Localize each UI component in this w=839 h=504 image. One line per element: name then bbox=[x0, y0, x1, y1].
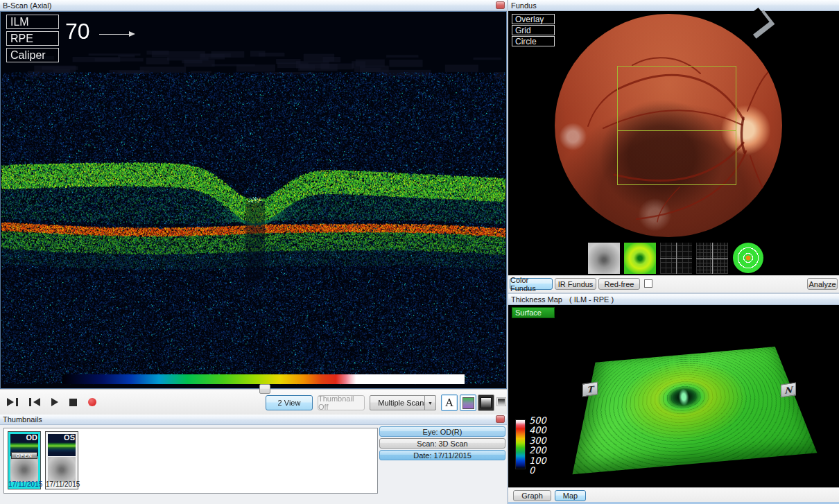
scale-label-100: 100 bbox=[529, 455, 546, 466]
skip-to-end-icon[interactable] bbox=[7, 398, 18, 406]
annotation-a-icon: A bbox=[446, 397, 453, 409]
thumbnails-header: Thumbnails bbox=[0, 415, 507, 425]
nasal-letter: N bbox=[785, 385, 793, 396]
fundus-mode-strip: Color Fundus IR Fundus Red-free Analyze bbox=[508, 275, 839, 293]
thumbnail-os-fundus-image bbox=[48, 457, 76, 482]
thickness-map-header: Thickness Map ( ILM - RPE ) bbox=[508, 294, 839, 305]
red-free-button[interactable]: Red-free bbox=[598, 278, 640, 290]
overlay-label: Overlay bbox=[515, 15, 544, 24]
etdrs-rings-icon bbox=[733, 243, 763, 273]
rpe-button[interactable]: RPE bbox=[6, 31, 59, 46]
color-gradient-icon bbox=[462, 397, 474, 409]
thumbnails-close-icon[interactable] bbox=[496, 415, 505, 423]
thumbnail-od-fundus-image bbox=[10, 457, 38, 482]
frame-arrow-icon bbox=[99, 34, 130, 35]
scale-label-500: 500 bbox=[529, 415, 546, 426]
annotation-toggle-button[interactable]: A bbox=[441, 394, 458, 411]
thumbnail-os-date: 17/11/2015 bbox=[46, 480, 78, 488]
map-button[interactable]: Map bbox=[555, 490, 586, 501]
fundus-header: Fundus bbox=[508, 0, 839, 11]
temporal-label: T bbox=[582, 381, 598, 397]
fine-grid-thumb[interactable] bbox=[696, 243, 728, 274]
ir-fundus-button[interactable]: IR Fundus bbox=[555, 278, 596, 290]
caliper-label: Caliper bbox=[10, 49, 46, 62]
bscan-toolbar: 2 View Thumbnail Off Multiple Scans ▼ A bbox=[0, 389, 507, 415]
thumbnail-off-label: Thumbnail Off bbox=[318, 394, 364, 411]
thickness-map-area: Surface T N 500 400 300 200 100 0 bbox=[508, 305, 839, 487]
bscan-close-icon[interactable] bbox=[496, 1, 505, 9]
ilm-button[interactable]: ILM bbox=[6, 15, 59, 29]
color-fundus-button[interactable]: Color Fundus bbox=[510, 278, 553, 290]
fundus-image-area: Overlay Grid Circle bbox=[508, 11, 839, 276]
chevron-down-icon: ▼ bbox=[428, 401, 433, 406]
scan-info-button[interactable]: Scan: 3D Scan bbox=[379, 438, 505, 449]
ir-fundus-thumb[interactable] bbox=[588, 243, 620, 274]
map-label: Map bbox=[563, 492, 578, 500]
record-icon[interactable] bbox=[88, 398, 96, 406]
fundus-checkbox[interactable] bbox=[644, 279, 652, 288]
color-fundus-label: Color Fundus bbox=[510, 276, 552, 293]
thumbnails-title: Thumbnails bbox=[3, 415, 42, 424]
skip-to-start-icon[interactable] bbox=[29, 398, 40, 406]
fundus-title: Fundus bbox=[511, 1, 537, 10]
play-icon[interactable] bbox=[51, 398, 58, 406]
scale-label-200: 200 bbox=[529, 445, 546, 455]
nasal-label: N bbox=[781, 382, 796, 397]
thumbnail-od[interactable]: OD OPEN 17/11/2015 bbox=[8, 431, 41, 489]
thumbnail-os-eye-label: OS bbox=[64, 433, 75, 442]
thumbnails-listbox: OD OPEN 17/11/2015 OS 17/11/2015 bbox=[3, 428, 378, 494]
two-view-label: 2 View bbox=[278, 399, 301, 407]
date-info-button[interactable]: Date: 17/11/2015 bbox=[379, 450, 505, 460]
scan-region-divider bbox=[618, 130, 736, 131]
bscan-slider-handle[interactable] bbox=[259, 384, 270, 394]
thickness-3d-surface[interactable] bbox=[572, 347, 817, 474]
bscan-header: B-Scan (Axial) bbox=[0, 0, 507, 11]
overlay-button[interactable]: Overlay bbox=[512, 14, 555, 24]
scan-region-overlay[interactable] bbox=[617, 66, 736, 185]
ilm-label: ILM bbox=[10, 16, 29, 28]
stripe-palette-button[interactable] bbox=[496, 397, 506, 406]
thumbnail-od-date: 17/11/2015 bbox=[8, 480, 40, 488]
etdrs-circle-thumb[interactable] bbox=[732, 243, 764, 274]
thickness-bottom-strip: Graph Map bbox=[508, 487, 839, 504]
bscan-image-area: ILM RPE Caliper 70 bbox=[0, 11, 507, 389]
grayscale-palette-button[interactable] bbox=[478, 394, 494, 411]
frame-number: 70 bbox=[65, 19, 90, 44]
scale-label-300: 300 bbox=[529, 435, 546, 446]
thickness-map-thumb[interactable] bbox=[624, 243, 656, 274]
bscan-image[interactable] bbox=[1, 12, 505, 388]
thumbnails-panel: Thumbnails OD OPEN 17/11/2015 OS 17/11/2… bbox=[0, 415, 507, 504]
scan-info-label: Scan: 3D Scan bbox=[417, 440, 467, 448]
thumbnail-od-open-badge: OPEN bbox=[11, 452, 37, 459]
multiple-scans-dropdown-arrow[interactable]: ▼ bbox=[424, 395, 436, 410]
thumbnail-od-eye-label: OD bbox=[26, 433, 38, 442]
caliper-button[interactable]: Caliper bbox=[6, 48, 59, 62]
rpe-label: RPE bbox=[10, 33, 33, 45]
color-palette-button[interactable] bbox=[460, 394, 476, 411]
thumbnail-os[interactable]: OS 17/11/2015 bbox=[45, 431, 78, 489]
thickness-map-title: Thickness Map bbox=[511, 295, 562, 304]
circle-label: Circle bbox=[515, 37, 537, 46]
grid-button[interactable]: Grid bbox=[512, 25, 555, 35]
temporal-letter: T bbox=[587, 384, 594, 394]
playback-controls bbox=[7, 398, 96, 406]
surface-label: Surface bbox=[515, 309, 542, 317]
scale-label-0: 0 bbox=[529, 465, 535, 476]
red-free-label: Red-free bbox=[605, 280, 634, 288]
stop-icon[interactable] bbox=[69, 399, 77, 406]
fundus-panel: Fundus bbox=[508, 0, 839, 293]
analyze-button[interactable]: Analyze bbox=[807, 278, 838, 290]
graph-button[interactable]: Graph bbox=[513, 490, 551, 501]
two-view-button[interactable]: 2 View bbox=[266, 395, 313, 410]
thumbnail-off-button[interactable]: Thumbnail Off bbox=[318, 395, 365, 410]
ir-fundus-label: IR Fundus bbox=[558, 280, 594, 288]
circle-button[interactable]: Circle bbox=[512, 36, 555, 46]
graph-label: Graph bbox=[521, 492, 543, 500]
surface-button[interactable]: Surface bbox=[512, 307, 555, 318]
stripe-icon bbox=[498, 399, 505, 405]
grid-thumb[interactable] bbox=[660, 243, 692, 274]
eye-info-button[interactable]: Eye: OD(R) bbox=[379, 426, 505, 437]
thickness-color-scale bbox=[515, 419, 526, 469]
bscan-title: B-Scan (Axial) bbox=[3, 1, 51, 10]
date-info-label: Date: 17/11/2015 bbox=[413, 451, 472, 460]
